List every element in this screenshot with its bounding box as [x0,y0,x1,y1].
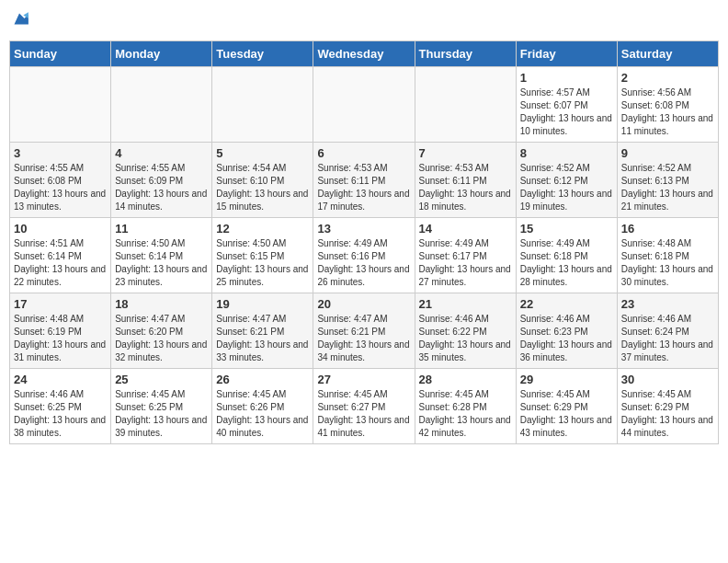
day-number: 25 [115,373,208,386]
day-detail: Sunrise: 4:46 AMSunset: 6:22 PMDaylight:… [419,313,512,364]
logo [9,9,31,33]
calendar-week-row: 3Sunrise: 4:55 AMSunset: 6:08 PMDaylight… [10,143,719,218]
day-detail: Sunrise: 4:45 AMSunset: 6:27 PMDaylight:… [317,388,410,440]
day-detail: Sunrise: 4:53 AMSunset: 6:11 PMDaylight:… [317,162,410,213]
calendar-day-cell [10,67,111,143]
day-number: 22 [520,297,613,311]
calendar-day-cell: 3Sunrise: 4:55 AMSunset: 6:08 PMDaylight… [10,143,111,218]
calendar-day-cell: 12Sunrise: 4:50 AMSunset: 6:15 PMDayligh… [212,218,313,293]
day-detail: Sunrise: 4:45 AMSunset: 6:28 PMDaylight:… [419,388,512,440]
calendar-week-row: 10Sunrise: 4:51 AMSunset: 6:14 PMDayligh… [10,218,719,293]
calendar-day-cell: 9Sunrise: 4:52 AMSunset: 6:13 PMDaylight… [617,143,718,218]
calendar-day-cell: 28Sunrise: 4:45 AMSunset: 6:28 PMDayligh… [415,369,516,444]
day-detail: Sunrise: 4:48 AMSunset: 6:18 PMDaylight:… [621,237,714,289]
day-detail: Sunrise: 4:48 AMSunset: 6:19 PMDaylight:… [14,313,107,364]
calendar-day-cell: 19Sunrise: 4:47 AMSunset: 6:21 PMDayligh… [212,293,313,369]
day-number: 19 [216,297,309,311]
calendar-day-cell: 15Sunrise: 4:49 AMSunset: 6:18 PMDayligh… [516,218,617,293]
calendar-day-cell: 1Sunrise: 4:57 AMSunset: 6:07 PMDaylight… [516,67,617,143]
day-detail: Sunrise: 4:46 AMSunset: 6:25 PMDaylight:… [14,388,107,440]
day-number: 10 [14,222,107,236]
day-number: 30 [621,373,714,386]
day-detail: Sunrise: 4:46 AMSunset: 6:23 PMDaylight:… [520,313,613,364]
day-number: 14 [419,222,512,236]
calendar-day-cell: 16Sunrise: 4:48 AMSunset: 6:18 PMDayligh… [617,218,718,293]
calendar-week-row: 24Sunrise: 4:46 AMSunset: 6:25 PMDayligh… [10,369,719,444]
calendar-day-cell: 30Sunrise: 4:45 AMSunset: 6:29 PMDayligh… [617,369,718,444]
day-detail: Sunrise: 4:54 AMSunset: 6:10 PMDaylight:… [216,162,309,213]
day-number: 9 [621,146,714,160]
day-detail: Sunrise: 4:45 AMSunset: 6:25 PMDaylight:… [115,388,208,440]
calendar-day-cell: 13Sunrise: 4:49 AMSunset: 6:16 PMDayligh… [313,218,415,293]
day-number: 26 [216,373,309,386]
calendar-day-cell [212,67,313,143]
day-detail: Sunrise: 4:45 AMSunset: 6:29 PMDaylight:… [520,388,613,440]
day-number: 3 [14,146,107,160]
calendar-day-cell: 14Sunrise: 4:49 AMSunset: 6:17 PMDayligh… [415,218,516,293]
day-detail: Sunrise: 4:50 AMSunset: 6:14 PMDaylight:… [115,237,208,289]
calendar-day-cell: 10Sunrise: 4:51 AMSunset: 6:14 PMDayligh… [10,218,111,293]
day-detail: Sunrise: 4:51 AMSunset: 6:14 PMDaylight:… [14,237,107,289]
calendar-day-cell: 11Sunrise: 4:50 AMSunset: 6:14 PMDayligh… [111,218,212,293]
day-number: 21 [419,297,512,311]
day-detail: Sunrise: 4:49 AMSunset: 6:16 PMDaylight:… [317,237,410,289]
day-number: 7 [419,146,512,160]
calendar-day-cell: 22Sunrise: 4:46 AMSunset: 6:23 PMDayligh… [516,293,617,369]
day-number: 6 [317,146,410,160]
day-detail: Sunrise: 4:46 AMSunset: 6:24 PMDaylight:… [621,313,714,364]
calendar-header-row: SundayMondayTuesdayWednesdayThursdayFrid… [10,41,719,67]
day-detail: Sunrise: 4:55 AMSunset: 6:08 PMDaylight:… [14,162,107,213]
calendar-day-cell: 18Sunrise: 4:47 AMSunset: 6:20 PMDayligh… [111,293,212,369]
day-detail: Sunrise: 4:50 AMSunset: 6:15 PMDaylight:… [216,237,309,289]
calendar-day-cell: 23Sunrise: 4:46 AMSunset: 6:24 PMDayligh… [617,293,718,369]
calendar-table: SundayMondayTuesdayWednesdayThursdayFrid… [9,40,719,444]
calendar-day-cell: 29Sunrise: 4:45 AMSunset: 6:29 PMDayligh… [516,369,617,444]
day-detail: Sunrise: 4:49 AMSunset: 6:18 PMDaylight:… [520,237,613,289]
day-number: 8 [520,146,613,160]
day-detail: Sunrise: 4:55 AMSunset: 6:09 PMDaylight:… [115,162,208,213]
day-of-week-header: Sunday [10,41,111,67]
day-number: 12 [216,222,309,236]
day-number: 2 [621,71,714,85]
calendar-day-cell: 25Sunrise: 4:45 AMSunset: 6:25 PMDayligh… [111,369,212,444]
calendar-day-cell [111,67,212,143]
day-number: 20 [317,297,410,311]
calendar-day-cell: 8Sunrise: 4:52 AMSunset: 6:12 PMDaylight… [516,143,617,218]
day-detail: Sunrise: 4:47 AMSunset: 6:20 PMDaylight:… [115,313,208,364]
day-detail: Sunrise: 4:52 AMSunset: 6:13 PMDaylight:… [621,162,714,213]
day-detail: Sunrise: 4:52 AMSunset: 6:12 PMDaylight:… [520,162,613,213]
day-of-week-header: Saturday [617,41,718,67]
day-number: 13 [317,222,410,236]
day-of-week-header: Thursday [415,41,516,67]
day-number: 1 [520,71,613,85]
calendar-day-cell: 20Sunrise: 4:47 AMSunset: 6:21 PMDayligh… [313,293,415,369]
day-detail: Sunrise: 4:45 AMSunset: 6:26 PMDaylight:… [216,388,309,440]
day-detail: Sunrise: 4:49 AMSunset: 6:17 PMDaylight:… [419,237,512,289]
calendar-day-cell: 26Sunrise: 4:45 AMSunset: 6:26 PMDayligh… [212,369,313,444]
calendar-day-cell: 5Sunrise: 4:54 AMSunset: 6:10 PMDaylight… [212,143,313,218]
day-detail: Sunrise: 4:47 AMSunset: 6:21 PMDaylight:… [317,313,410,364]
header [9,9,719,33]
day-number: 29 [520,373,613,386]
day-of-week-header: Monday [111,41,212,67]
calendar-day-cell: 17Sunrise: 4:48 AMSunset: 6:19 PMDayligh… [10,293,111,369]
day-number: 23 [621,297,714,311]
day-detail: Sunrise: 4:57 AMSunset: 6:07 PMDaylight:… [520,86,613,138]
day-number: 5 [216,146,309,160]
day-of-week-header: Wednesday [313,41,415,67]
calendar-day-cell: 21Sunrise: 4:46 AMSunset: 6:22 PMDayligh… [415,293,516,369]
calendar-week-row: 1Sunrise: 4:57 AMSunset: 6:07 PMDaylight… [10,67,719,143]
calendar-day-cell [415,67,516,143]
day-detail: Sunrise: 4:45 AMSunset: 6:29 PMDaylight:… [621,388,714,440]
calendar-day-cell: 4Sunrise: 4:55 AMSunset: 6:09 PMDaylight… [111,143,212,218]
calendar-week-row: 17Sunrise: 4:48 AMSunset: 6:19 PMDayligh… [10,293,719,369]
day-number: 18 [115,297,208,311]
calendar-day-cell [313,67,415,143]
calendar-day-cell: 2Sunrise: 4:56 AMSunset: 6:08 PMDaylight… [617,67,718,143]
day-number: 16 [621,222,714,236]
calendar-day-cell: 27Sunrise: 4:45 AMSunset: 6:27 PMDayligh… [313,369,415,444]
day-number: 24 [14,373,107,386]
day-number: 4 [115,146,208,160]
day-number: 17 [14,297,107,311]
day-number: 11 [115,222,208,236]
